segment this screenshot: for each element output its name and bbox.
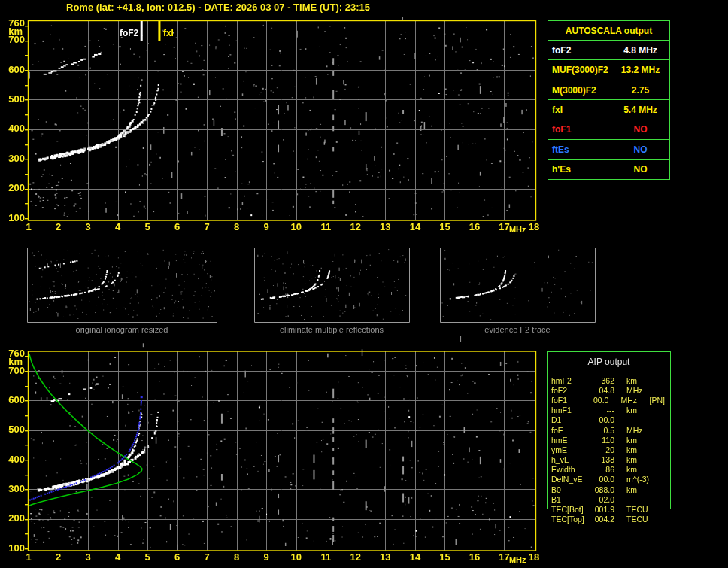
aip-unit: km: [626, 465, 658, 474]
autoscala-row-label: foF2: [548, 41, 611, 59]
aip-row-hmf1: hmF1---km: [547, 405, 671, 415]
aip-value: 86: [592, 465, 614, 474]
aip-value: 0.5: [592, 426, 614, 435]
aip-name: B0: [547, 485, 592, 494]
thumbnail-caption-evidence: evidence F2 trace: [440, 325, 595, 334]
autoscala-row-label: fxI: [548, 100, 611, 119]
autoscala-row-label: ftEs: [548, 140, 611, 159]
autoscala-row-fof1: foF1NO: [548, 120, 669, 140]
aip-row-b1: B102.0: [547, 494, 671, 504]
autoscala-row-value: 2.75: [611, 80, 669, 99]
aip-row-b0: B0088.0km: [547, 484, 671, 494]
aip-name: B1: [547, 495, 592, 504]
aip-name: D1: [547, 415, 592, 424]
aip-name: hmE: [547, 436, 592, 445]
autoscala-row-value: NO: [611, 140, 669, 159]
aip-unit: MHz: [626, 426, 658, 435]
aip-value: 138: [592, 455, 614, 464]
aip-row-foe: foE0.5MHz: [547, 425, 671, 435]
autoscala-row-hes: h'EsNO: [548, 160, 669, 179]
aip-unit: MHz: [620, 396, 649, 405]
aip-name: h_vE: [547, 455, 592, 464]
aip-value: 004.2: [592, 515, 614, 524]
aip-row-fof2: foF204.8MHz: [547, 385, 671, 395]
autoscala-row-label: MUF(3000)F2: [548, 60, 611, 79]
aip-value: 04.8: [592, 386, 614, 395]
autoscala-row-value: NO: [611, 120, 669, 139]
aip-name: foF2: [547, 386, 592, 395]
aip-row-delnve: DelN_vE00.0m^(-3): [547, 475, 671, 484]
thumbnail-caption-original: original ionogram resized: [27, 325, 217, 334]
aip-value: ---: [592, 405, 614, 415]
station-title: Rome (lat: +41.8, lon: 012.5) - DATE: 20…: [66, 2, 370, 13]
aip-name: Ewidth: [547, 465, 592, 474]
aip-unit: km: [626, 436, 658, 445]
aip-value: 00.0: [592, 415, 614, 424]
aip-value: 00.0: [588, 396, 608, 405]
aip-row-tecbot: TEC[Bot]001.9TECU: [547, 504, 671, 514]
autoscala-row-value: 4.8 MHz: [611, 41, 669, 59]
aip-unit: km: [626, 445, 658, 454]
aip-row-hmf2: hmF2362km: [547, 375, 671, 385]
aip-value: 110: [592, 436, 614, 445]
aip-name: foE: [547, 426, 592, 435]
aip-name: foF1: [547, 396, 588, 405]
autoscala-table-header: AUTOSCALA output: [548, 21, 669, 41]
aip-unit: km: [626, 405, 658, 415]
aip-row-yme: ymE20km: [547, 445, 671, 454]
aip-table-rows: hmF2362kmfoF204.8MHzfoF100.0MHz[PN]hmF1-…: [547, 375, 671, 524]
aip-row-fof1: foF100.0MHz[PN]: [547, 395, 671, 405]
autoscala-table-rows: foF24.8 MHzMUF(3000)F213.2 MHzM(3000)F22…: [548, 41, 669, 179]
autoscala-output-table: AUTOSCALA output foF24.8 MHzMUF(3000)F21…: [548, 20, 670, 180]
aip-unit: m^(-3): [626, 475, 658, 484]
aip-table-header: AIP output: [547, 351, 671, 372]
thumbnail-caption-eliminate: eliminate multiple reflections: [254, 325, 409, 334]
aip-name: hmF1: [547, 405, 592, 415]
aip-name: TEC[Top]: [547, 515, 592, 524]
aip-unit: km: [626, 485, 658, 494]
aip-value: 088.0: [592, 485, 614, 494]
aip-unit: TECU: [626, 515, 658, 524]
aip-unit: TECU: [626, 505, 658, 514]
aip-extra: [PN]: [650, 396, 671, 405]
aip-value: 001.9: [592, 505, 614, 514]
aip-name: TEC[Bot]: [547, 505, 592, 514]
aip-row-hme: hmE110km: [547, 435, 671, 445]
aip-value: 20: [592, 445, 614, 454]
aip-unit: MHz: [626, 386, 658, 395]
autoscala-row-m3000f2: M(3000)F22.75: [548, 80, 669, 100]
aip-value: 362: [592, 376, 614, 385]
autoscala-row-ftes: ftEsNO: [548, 140, 669, 159]
aip-name: DelN_vE: [547, 475, 592, 484]
autoscala-row-label: h'Es: [548, 160, 611, 179]
aip-unit: km: [626, 376, 658, 385]
autoscala-row-fxi: fxI5.4 MHz: [548, 100, 669, 120]
aip-name: ymE: [547, 445, 592, 454]
aip-name: hmF2: [547, 376, 592, 385]
autoscala-row-muf3000f2: MUF(3000)F213.2 MHz: [548, 60, 669, 80]
aip-value: 02.0: [592, 495, 614, 504]
aip-value: 00.0: [592, 475, 614, 484]
aip-row-d1: D100.0: [547, 415, 671, 425]
aip-row-hve: h_vE138km: [547, 455, 671, 465]
autoscala-row-label: foF1: [548, 120, 611, 139]
autoscala-row-fof2: foF24.8 MHz: [548, 41, 669, 60]
aip-unit: km: [626, 455, 658, 464]
aip-row-ewidth: Ewidth86km: [547, 465, 671, 475]
autoscala-row-value: 13.2 MHz: [611, 60, 669, 79]
aip-row-tectop: TEC[Top]004.2TECU: [547, 515, 671, 524]
autoscala-row-value: NO: [611, 160, 669, 179]
autoscala-row-value: 5.4 MHz: [611, 100, 669, 119]
autoscala-row-label: M(3000)F2: [548, 80, 611, 99]
autoscala-window: Rome (lat: +41.8, lon: 012.5) - DATE: 20…: [0, 0, 728, 568]
